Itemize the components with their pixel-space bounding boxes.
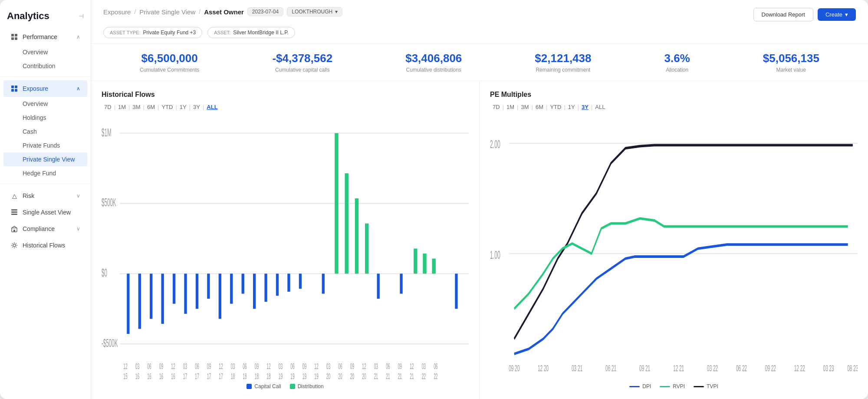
svg-text:03 21: 03 21 <box>572 363 582 373</box>
svg-rect-45 <box>365 224 368 274</box>
pe-multiples-chart: 2.00 1.00 09 20 12 20 03 21 06 21 <box>490 118 858 379</box>
svg-rect-7 <box>15 89 17 92</box>
stat-market-value: $5,056,135 Market value <box>763 52 819 73</box>
svg-text:09: 09 <box>302 362 306 371</box>
breadcrumb-exposure[interactable]: Exposure <box>103 8 131 16</box>
svg-text:12: 12 <box>171 362 175 371</box>
svg-rect-27 <box>184 274 187 313</box>
stat-label-distributions: Cumulative distributions <box>405 67 462 73</box>
breadcrumb-private-single-view[interactable]: Private Single View <box>139 8 195 16</box>
svg-text:19: 19 <box>279 372 283 379</box>
svg-rect-43 <box>345 173 348 274</box>
tf-6m-pe[interactable]: 6M <box>533 103 546 111</box>
svg-text:21: 21 <box>386 372 390 379</box>
sidebar-item-risk[interactable]: △ Risk ∨ <box>3 188 87 204</box>
stat-value-allocation: 3.6% <box>664 52 690 65</box>
chevron-down-icon-compliance: ∨ <box>76 226 80 232</box>
tf-1y-pe[interactable]: 1Y <box>566 103 578 111</box>
sidebar-item-overview-perf[interactable]: Overview <box>3 45 87 59</box>
charts-area: Historical Flows 7D | 1M | 3M | 6M | YTD… <box>91 81 868 399</box>
tf-3m-pe[interactable]: 3M <box>518 103 531 111</box>
svg-rect-12 <box>13 230 15 232</box>
svg-text:15: 15 <box>123 372 127 379</box>
main-content: Exposure / Private Single View / Asset O… <box>91 0 868 399</box>
asset-filter[interactable]: ASSET: Silver MontBridge II L.P. <box>207 27 295 38</box>
sidebar-item-contribution[interactable]: Contribution <box>3 59 87 73</box>
tf-3y-hist[interactable]: 3Y <box>191 103 203 111</box>
svg-text:03: 03 <box>231 362 235 371</box>
svg-text:16: 16 <box>147 372 151 379</box>
svg-rect-34 <box>264 274 267 302</box>
svg-text:19: 19 <box>314 372 318 379</box>
rvpi-color <box>660 386 670 387</box>
stat-allocation: 3.6% Allocation <box>664 52 690 73</box>
stat-label-remaining: Remaining commitment <box>535 67 591 73</box>
sidebar-item-single-asset-view[interactable]: Single Asset View <box>3 204 87 221</box>
svg-text:12: 12 <box>219 362 223 371</box>
sidebar-item-historical-flows[interactable]: Historical Flows <box>3 237 87 254</box>
sidebar-item-holdings[interactable]: Holdings <box>3 111 87 125</box>
svg-text:21: 21 <box>410 372 414 379</box>
breadcrumb: Exposure / Private Single View / Asset O… <box>103 7 342 16</box>
tf-ytd-hist[interactable]: YTD <box>159 103 175 111</box>
historical-flows-chart: $1M $500K $0 -$500K <box>102 118 469 379</box>
sidebar-item-compliance[interactable]: Compliance ∨ <box>3 221 87 237</box>
building-icon <box>10 225 18 233</box>
tf-7d-hist[interactable]: 7D <box>102 103 114 111</box>
stat-distributions: $3,406,806 Cumulative distributions <box>405 52 462 73</box>
historical-flows-timeframes: 7D | 1M | 3M | 6M | YTD | 1Y | 3Y | ALL <box>102 103 469 111</box>
sidebar-item-performance[interactable]: Performance ∧ <box>3 29 87 45</box>
svg-text:12: 12 <box>314 362 318 371</box>
svg-rect-9 <box>11 211 17 213</box>
sidebar-item-overview-exp[interactable]: Overview <box>3 97 87 111</box>
asset-type-filter[interactable]: ASSET TYPE: Private Equity Fund +3 <box>103 27 202 38</box>
sidebar-item-exposure[interactable]: Exposure ∧ <box>3 80 87 97</box>
tf-1m-pe[interactable]: 1M <box>504 103 517 111</box>
tf-7d-pe[interactable]: 7D <box>490 103 503 111</box>
svg-text:12 22: 12 22 <box>794 363 805 373</box>
svg-text:20: 20 <box>362 372 366 379</box>
svg-text:17: 17 <box>207 372 211 379</box>
legend-distribution: Distribution <box>290 383 324 389</box>
stat-label-allocation: Allocation <box>664 67 690 73</box>
svg-text:16: 16 <box>171 372 175 379</box>
svg-rect-5 <box>15 86 17 88</box>
sidebar-item-cash[interactable]: Cash <box>3 125 87 138</box>
tf-1y-hist[interactable]: 1Y <box>177 103 189 111</box>
svg-point-13 <box>13 244 16 247</box>
svg-text:09: 09 <box>255 362 259 371</box>
sidebar-item-hedge-fund[interactable]: Hedge Fund <box>3 166 87 180</box>
svg-text:06: 06 <box>290 362 294 371</box>
tf-3y-pe[interactable]: 3Y <box>579 103 591 111</box>
svg-rect-2 <box>11 37 14 40</box>
pe-multiples-panel: PE Multiples 7D | 1M | 3M | 6M | YTD | 1… <box>480 81 868 399</box>
download-report-button[interactable]: Download Report <box>753 8 813 21</box>
sidebar-collapse-button[interactable]: ⊣ <box>79 13 84 20</box>
svg-rect-6 <box>11 89 14 92</box>
svg-rect-29 <box>207 274 210 299</box>
tf-ytd-pe[interactable]: YTD <box>547 103 564 111</box>
sidebar-item-private-single-view[interactable]: Private Single View <box>3 152 87 166</box>
legend-tvpi: TVPI <box>694 383 718 389</box>
svg-rect-48 <box>432 259 435 274</box>
tf-6m-hist[interactable]: 6M <box>145 103 158 111</box>
filter-bar: ASSET TYPE: Private Equity Fund +3 ASSET… <box>103 27 856 38</box>
tf-all-hist[interactable]: ALL <box>204 103 220 111</box>
tf-3m-hist[interactable]: 3M <box>130 103 143 111</box>
tf-all-pe[interactable]: ALL <box>592 103 608 111</box>
svg-text:03 22: 03 22 <box>707 363 718 373</box>
svg-rect-47 <box>423 254 426 274</box>
sidebar-exposure-label: Exposure <box>23 85 48 92</box>
svg-text:$1M: $1M <box>102 126 112 138</box>
create-button[interactable]: Create ▾ <box>818 8 856 21</box>
chevron-up-icon-exposure: ∧ <box>76 86 80 92</box>
sidebar-item-private-funds[interactable]: Private Funds <box>3 138 87 152</box>
svg-text:03 23: 03 23 <box>823 363 834 373</box>
lookthrough-dropdown[interactable]: LOOKTHROUGH ▾ <box>287 7 342 16</box>
svg-text:2.00: 2.00 <box>490 138 500 150</box>
svg-text:17: 17 <box>219 372 223 379</box>
svg-text:09 22: 09 22 <box>765 363 776 373</box>
stat-capital-calls: -$4,378,562 Cumulative capital calls <box>272 52 332 73</box>
sidebar: Analytics ⊣ Performance ∧ Overview Contr… <box>0 0 91 399</box>
tf-1m-hist[interactable]: 1M <box>115 103 128 111</box>
